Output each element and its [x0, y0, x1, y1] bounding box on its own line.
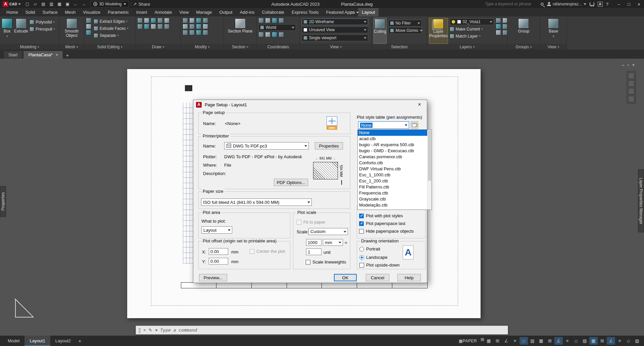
plot-style-option[interactable]: Conforto.ctb: [358, 160, 427, 166]
subtract-icon[interactable]: [86, 24, 91, 29]
fillet-icon[interactable]: [196, 24, 201, 29]
ucs-y-icon[interactable]: [265, 32, 270, 37]
space-toggle[interactable]: PAPER: [459, 339, 477, 343]
app-store-cart-icon[interactable]: [590, 2, 594, 6]
file-tab[interactable]: PlantaCasa*: [23, 51, 63, 59]
ok-button[interactable]: OK: [334, 274, 357, 281]
ribbon-tab[interactable]: Annotate: [151, 8, 176, 16]
panel-title-section[interactable]: Section: [224, 44, 256, 50]
cancel-button[interactable]: Cancel: [366, 274, 389, 281]
box-button[interactable]: Box: [2, 18, 12, 44]
ribbon-tab[interactable]: Express Tools: [288, 8, 323, 16]
ribbon-tab[interactable]: Add-ins: [236, 8, 258, 16]
plot-style-option[interactable]: Frequencia.ctb: [358, 190, 427, 196]
ucs-previous-icon[interactable]: [279, 32, 284, 37]
annotation-visibility-icon[interactable]: [589, 337, 598, 345]
plot-style-option[interactable]: Esc_1_200.ctb: [358, 178, 427, 184]
array-icon[interactable]: [196, 30, 201, 35]
layer-properties-button[interactable]: Layer Properties: [429, 18, 448, 44]
pan-icon[interactable]: [628, 80, 634, 86]
panel-title-layers[interactable]: Layers: [427, 44, 507, 50]
panel-title-draw[interactable]: Draw: [136, 44, 181, 50]
point-icon[interactable]: [157, 24, 163, 29]
panel-title-view[interactable]: View: [300, 44, 371, 50]
ucs-x-icon[interactable]: [258, 32, 264, 37]
panel-title-coordinates[interactable]: Coordinates: [257, 44, 300, 50]
extrude-faces-button[interactable]: Extrude Faces: [94, 25, 128, 32]
offset-y-input[interactable]: [209, 258, 228, 265]
separate-button[interactable]: Separate: [94, 32, 128, 39]
match-layer-button[interactable]: Match Layer: [450, 33, 494, 39]
scale-icon[interactable]: [189, 30, 195, 35]
plot-style-option[interactable]: Modelação.ctb: [358, 202, 427, 208]
doc-minimize-icon[interactable]: [622, 63, 624, 67]
dropdown-scrollbar[interactable]: [427, 130, 432, 210]
command-line[interactable]: Type a command: [136, 326, 508, 335]
share-button[interactable]: Share: [133, 2, 150, 7]
new-drawing-tab-button[interactable]: [64, 51, 71, 59]
preview-button[interactable]: Preview...: [199, 274, 227, 281]
ribbon-tab[interactable]: Surface: [39, 8, 61, 16]
workspace-selector[interactable]: 3D Modeling: [91, 1, 129, 7]
layer-properties-manager-tab[interactable]: Layer Properties Manager: [638, 169, 644, 232]
plot-with-plot-styles-checkbox[interactable]: Plot with plot styles: [359, 213, 403, 218]
minimize-icon[interactable]: [614, 0, 624, 8]
scale-combobox[interactable]: Custom: [308, 228, 348, 235]
plot-style-option[interactable]: Esc_1_1000.ctb: [358, 172, 427, 178]
viewport-config-combobox[interactable]: Single viewport: [302, 35, 368, 41]
ucs-face-icon[interactable]: [279, 18, 284, 23]
arc-icon[interactable]: [157, 18, 163, 23]
autodesk-app-icon[interactable]: A: [598, 2, 603, 7]
what-to-plot-combobox[interactable]: Layout: [201, 226, 232, 234]
object-snap-icon[interactable]: [554, 337, 563, 345]
zoom-icon[interactable]: [628, 88, 634, 94]
ortho-mode-icon[interactable]: [519, 337, 528, 345]
transparency-icon[interactable]: [572, 337, 580, 345]
landscape-radio[interactable]: Landscape: [359, 255, 388, 260]
clean-screen-icon[interactable]: [633, 337, 641, 345]
help-icon[interactable]: ?: [606, 2, 608, 7]
plot-style-option[interactable]: DWF Virtual Pens.ctb: [358, 166, 427, 172]
extract-edges-button[interactable]: Extract Edges: [94, 18, 128, 24]
layer-combobox[interactable]: 02_Vista1: [450, 18, 494, 25]
portrait-radio[interactable]: Portrait: [359, 246, 380, 251]
region-icon[interactable]: [164, 24, 169, 29]
file-tab[interactable]: Start: [3, 51, 22, 59]
fit-to-paper-checkbox[interactable]: Fit to paper: [297, 220, 326, 225]
move-icon[interactable]: [183, 18, 188, 23]
layer-lock-icon[interactable]: [496, 24, 501, 29]
scale-denominator-input[interactable]: [306, 248, 321, 255]
recent-commands-icon[interactable]: [155, 330, 158, 333]
doc-close-icon[interactable]: [632, 63, 635, 67]
plot-style-option[interactable]: None: [358, 130, 427, 136]
orbit-icon[interactable]: [628, 96, 634, 102]
maximize-icon[interactable]: [624, 0, 634, 8]
full-nav-wheel-icon[interactable]: [628, 73, 634, 79]
trim-icon[interactable]: [196, 18, 201, 23]
infer-constraints-icon[interactable]: [502, 337, 510, 345]
center-the-plot-checkbox[interactable]: Center the plot: [250, 249, 285, 254]
presspull-button[interactable]: Presspull: [30, 26, 55, 32]
plot-upside-down-checkbox[interactable]: Plot upside-down: [359, 263, 400, 268]
offset-x-input[interactable]: [209, 248, 228, 255]
ucs-combobox[interactable]: World: [258, 24, 296, 31]
ellipse-icon[interactable]: [137, 24, 143, 29]
printer-properties-button[interactable]: Properties: [315, 142, 343, 150]
app-menu-button[interactable]: A CAD: [0, 1, 23, 7]
properties-palette-tab[interactable]: Properties: [0, 186, 6, 217]
panel-title-modify[interactable]: Modify: [181, 44, 224, 50]
ucs-icon[interactable]: [258, 18, 264, 23]
layer-off-icon[interactable]: [496, 18, 501, 23]
intersect-icon[interactable]: [86, 30, 91, 35]
plot-style-combobox[interactable]: None: [358, 121, 409, 129]
layer-isolate-icon[interactable]: [502, 24, 507, 29]
ucs-z-icon[interactable]: [272, 32, 277, 37]
panel-title-solid-editing[interactable]: Solid Editing: [84, 44, 135, 50]
pdf-options-button[interactable]: PDF Options...: [274, 179, 308, 186]
panel-title-view-output[interactable]: View: [540, 44, 566, 50]
make-current-button[interactable]: Make Current: [450, 26, 494, 32]
polar-tracking-icon[interactable]: [528, 337, 537, 345]
command-input[interactable]: Type a command: [160, 328, 197, 333]
layout-tab[interactable]: Layout1: [24, 336, 50, 346]
stretch-icon[interactable]: [183, 30, 188, 35]
